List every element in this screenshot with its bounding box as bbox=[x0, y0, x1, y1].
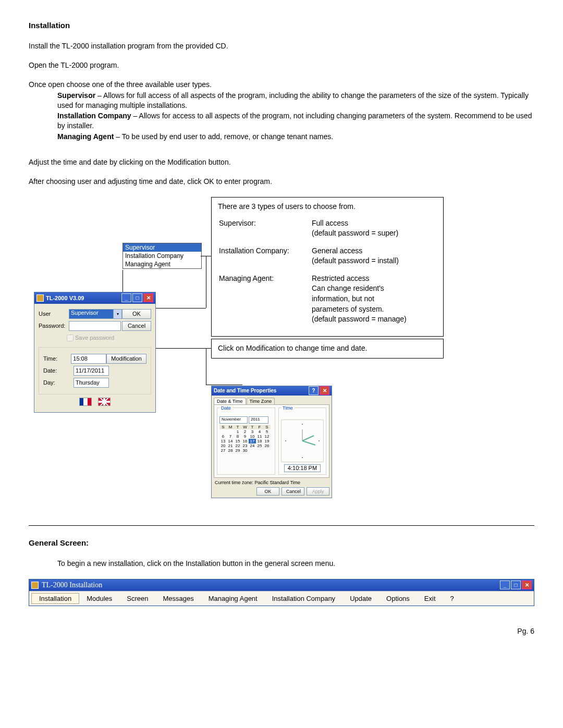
svg-point-5 bbox=[285, 440, 286, 441]
general-screen-para: To begin a new installation, click on th… bbox=[57, 559, 534, 569]
user-type-value: Full access (default password = super) bbox=[312, 218, 410, 245]
callout-modification: Click on Modification to change time and… bbox=[211, 339, 444, 359]
dropdown-item-install-company[interactable]: Installation Company bbox=[123, 252, 201, 260]
dt-ok-button[interactable]: OK bbox=[256, 487, 279, 496]
dt-titlebar[interactable]: Date and Time Properties ? ✕ bbox=[212, 386, 332, 396]
svg-line-1 bbox=[302, 441, 315, 445]
user-combobox-value: Supervisor bbox=[69, 309, 114, 319]
menu-installation-company[interactable]: Installation Company bbox=[265, 594, 342, 603]
year-spinner[interactable]: 2011 bbox=[249, 416, 268, 424]
connector-line bbox=[206, 348, 206, 385]
callout-intro: There are 3 types of users to choose fro… bbox=[218, 202, 437, 212]
close-icon[interactable]: ✕ bbox=[522, 581, 532, 589]
login-window: TL-2000 V3.09 _ □ ✕ User Supervisor ▾ OK… bbox=[34, 292, 156, 413]
callout-user-types: There are 3 types of users to choose fro… bbox=[211, 197, 444, 337]
app-icon bbox=[31, 582, 39, 589]
maximize-icon[interactable]: □ bbox=[132, 293, 142, 302]
app-icon bbox=[36, 294, 44, 302]
dropdown-item-supervisor[interactable]: Supervisor bbox=[123, 243, 201, 252]
connector-line bbox=[206, 385, 242, 385]
password-input[interactable] bbox=[69, 321, 121, 331]
day-field[interactable] bbox=[74, 378, 109, 388]
menu-exit[interactable]: Exit bbox=[417, 594, 443, 603]
save-password-checkbox bbox=[67, 335, 74, 341]
time-legend: Time bbox=[281, 405, 295, 411]
dt-title: Date and Time Properties bbox=[214, 388, 276, 393]
menu-bar: Installation Modules Screen Messages Man… bbox=[29, 591, 534, 606]
save-password-label: Save password bbox=[75, 335, 114, 341]
section-heading: Installation bbox=[29, 21, 534, 30]
menu-managing-agent[interactable]: Managing Agent bbox=[201, 594, 265, 603]
analog-clock-icon bbox=[281, 419, 324, 462]
para-adjust-time: Adjust the time and date by clicking on … bbox=[29, 157, 534, 167]
svg-point-6 bbox=[319, 440, 320, 441]
menu-installation[interactable]: Installation bbox=[31, 593, 79, 604]
dt-apply-button[interactable]: Apply bbox=[307, 487, 329, 496]
help-icon[interactable]: ? bbox=[309, 386, 319, 395]
bullet-ma-label: Managing Agent bbox=[57, 132, 114, 141]
bullet-supervisor-text: – Allows for full access of all aspects … bbox=[57, 91, 529, 109]
bullet-supervisor: Supervisor – Allows for full access of a… bbox=[57, 91, 534, 110]
user-type-dropdown-list[interactable]: Supervisor Installation Company Managing… bbox=[123, 243, 202, 269]
menu-modules[interactable]: Modules bbox=[79, 594, 119, 603]
dropdown-item-managing-agent[interactable]: Managing Agent bbox=[123, 260, 201, 268]
connector-line bbox=[153, 348, 212, 349]
flag-fr-icon[interactable] bbox=[79, 398, 92, 406]
bullet-install-company: Installation Company – Allows for access… bbox=[57, 111, 534, 131]
installation-window: TL-2000 Installation _ □ ✕ Installation … bbox=[29, 579, 534, 606]
date-legend: Date bbox=[219, 405, 232, 411]
time-label: Time: bbox=[43, 355, 71, 362]
minimize-icon[interactable]: _ bbox=[121, 293, 131, 302]
maximize-icon[interactable]: □ bbox=[511, 581, 521, 589]
modification-button[interactable]: Modification bbox=[106, 354, 146, 364]
cancel-button[interactable]: Cancel bbox=[122, 321, 151, 331]
tab-time-zone[interactable]: Time Zone bbox=[247, 398, 275, 404]
time-field[interactable] bbox=[71, 354, 106, 364]
month-select[interactable]: November bbox=[219, 416, 248, 424]
svg-line-0 bbox=[302, 436, 314, 441]
menu-screen[interactable]: Screen bbox=[119, 594, 155, 603]
bullet-managing-agent: Managing Agent – To be used by end user … bbox=[57, 132, 534, 142]
para-click-ok: After choosing user and adjusting time a… bbox=[29, 177, 534, 187]
flag-uk-icon[interactable] bbox=[98, 398, 111, 406]
installation-title: TL-2000 Installation bbox=[42, 581, 102, 589]
user-type-value: Restricted access Can change resident's … bbox=[312, 274, 410, 331]
callout-modification-text: Click on Modification to change time and… bbox=[218, 344, 367, 352]
date-label: Date: bbox=[43, 367, 74, 374]
chevron-down-icon[interactable]: ▾ bbox=[114, 309, 122, 319]
bullet-ma-text: – To be used by end user to add, remove,… bbox=[114, 132, 333, 141]
ok-button[interactable]: OK bbox=[122, 309, 151, 319]
general-screen-heading: General Screen: bbox=[29, 538, 534, 547]
bullet-supervisor-label: Supervisor bbox=[57, 91, 95, 100]
svg-point-3 bbox=[302, 424, 303, 425]
menu-help[interactable]: ? bbox=[443, 594, 461, 603]
menu-messages[interactable]: Messages bbox=[156, 594, 201, 603]
user-combobox[interactable]: Supervisor ▾ bbox=[69, 309, 122, 319]
tab-date-time[interactable]: Date & Time bbox=[214, 398, 246, 404]
user-type-key: Managing Agent: bbox=[219, 274, 311, 331]
clock-time-field[interactable]: 4:10:18 PM bbox=[284, 464, 321, 472]
diagram-area: There are 3 types of users to choose fro… bbox=[29, 197, 534, 510]
menu-options[interactable]: Options bbox=[379, 594, 417, 603]
user-label: User bbox=[39, 311, 69, 317]
menu-update[interactable]: Update bbox=[342, 594, 379, 603]
login-titlebar[interactable]: TL-2000 V3.09 _ □ ✕ bbox=[34, 292, 155, 304]
bullet-ic-label: Installation Company bbox=[57, 112, 131, 120]
close-icon[interactable]: ✕ bbox=[320, 386, 329, 395]
timezone-label: Current time zone: Pacific Standard Time bbox=[215, 480, 328, 485]
page-footer: Pg. 6 bbox=[29, 627, 534, 635]
para-install-cd: Install the TL-2000 installation program… bbox=[29, 41, 534, 51]
calendar-grid[interactable]: SMTWTFS123456789101112131415161718192021… bbox=[219, 425, 273, 453]
close-icon[interactable]: ✕ bbox=[143, 293, 153, 302]
date-time-properties-window: Date and Time Properties ? ✕ Date & Time… bbox=[211, 386, 332, 498]
login-title: TL-2000 V3.09 bbox=[46, 295, 84, 301]
user-type-value: General access (default password = insta… bbox=[312, 246, 410, 273]
date-field[interactable] bbox=[74, 366, 109, 376]
minimize-icon[interactable]: _ bbox=[500, 581, 510, 589]
para-open: Open the TL-2000 program. bbox=[29, 60, 534, 70]
connector-line bbox=[206, 256, 206, 308]
dt-cancel-button[interactable]: Cancel bbox=[282, 487, 304, 496]
para-choose-user: Once open choose one of the three availa… bbox=[29, 80, 534, 90]
user-type-key: Supervisor: bbox=[219, 218, 311, 245]
installation-titlebar[interactable]: TL-2000 Installation _ □ ✕ bbox=[29, 579, 534, 591]
